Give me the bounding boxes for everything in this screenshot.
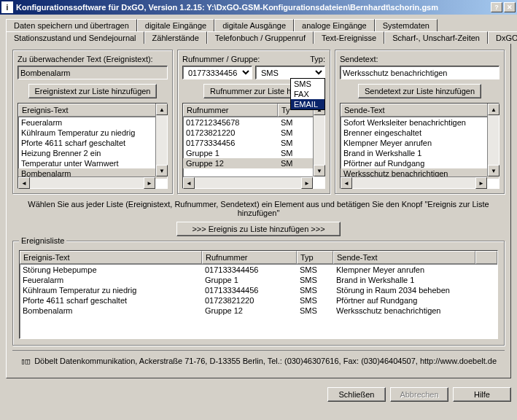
scroll-left-icon[interactable]: ◄: [18, 177, 30, 189]
tab-systemdaten[interactable]: Systemdaten: [375, 19, 438, 31]
typ-option-fax[interactable]: FAX: [291, 89, 324, 99]
scroll-down-icon[interactable]: ▼: [156, 165, 168, 176]
list-item[interactable]: 01723821220SM: [183, 128, 324, 138]
scroll-up-icon[interactable]: ▲: [156, 104, 168, 115]
sendetext-list[interactable]: Sende-Text Sofort Werksleiter benachrich…: [340, 103, 499, 189]
add-ereignistext-button[interactable]: Ereignistext zur Liste hinzufügen: [28, 84, 158, 98]
app-icon: i: [1, 1, 13, 13]
list-item[interactable]: Gruppe 1SM: [183, 148, 324, 158]
list-item[interactable]: Heizung Brenner 2 ein: [18, 148, 167, 158]
table-row[interactable]: Pforte 4611 scharf geschaltet01723821220…: [20, 295, 497, 306]
tab-digitale-ausg-nge[interactable]: digitale Ausgänge: [214, 19, 294, 31]
table-row[interactable]: BombenalarmGruppe 12SMSWerksschutz benac…: [20, 306, 497, 316]
col-ereignistext[interactable]: Ereignis-Text: [20, 251, 202, 264]
list-item[interactable]: Pforte 4611 scharf geschaltet: [18, 138, 167, 148]
rufnummer-list[interactable]: Rufnummer Ty 017212345678SM01723821220SM…: [182, 103, 325, 189]
scrollbar-vertical[interactable]: ▲▼: [487, 104, 499, 176]
sendetext-list-header: Sende-Text: [341, 104, 499, 117]
tab-z-hlerst-nde[interactable]: Zählerstände: [144, 31, 207, 44]
scroll-right-icon[interactable]: ►: [144, 177, 155, 189]
footer-text: ▯◫Döbelt Datenkommunikation, Ackerstraße…: [12, 350, 505, 372]
scroll-right-icon[interactable]: ►: [475, 177, 487, 189]
titlebar: i Konfigurationssoftware für DxGO, Versi…: [0, 0, 517, 15]
scrollbar-horizontal[interactable]: ◄►: [341, 176, 487, 188]
scrollbar-horizontal[interactable]: ◄►: [18, 176, 155, 188]
scroll-right-icon[interactable]: ►: [301, 177, 313, 189]
list-item[interactable]: Feueralarm: [18, 117, 167, 128]
list-item[interactable]: Sofort Werksleiter benachrichtigen: [341, 117, 499, 128]
tab-panel: Zu überwachender Text (Ereignistext): Er…: [6, 43, 511, 378]
typ-label: Typ:: [310, 55, 325, 63]
list-item[interactable]: Klempner Meyer anrufen: [341, 138, 499, 148]
list-item[interactable]: 01773334456SM: [183, 138, 324, 148]
scroll-down-icon[interactable]: ▼: [314, 165, 325, 176]
tab-scharf-unscharf-zeiten[interactable]: Scharf-, Unscharf-Zeiten: [384, 31, 488, 44]
tab-dxgo[interactable]: DxGO: [488, 31, 517, 44]
rufnummer-select[interactable]: 01773334456: [182, 66, 252, 79]
footer-icon: ▯◫: [20, 357, 30, 366]
scrollbar-vertical[interactable]: ▲▼: [313, 104, 324, 176]
help-button[interactable]: Hilfe: [453, 387, 511, 402]
ereignistext-list[interactable]: Ereignis-Text FeueralarmKühlraum Tempera…: [18, 103, 168, 189]
table-row[interactable]: Kühlraum Temperatur zu niedrig0171333444…: [20, 285, 497, 295]
col-sendetext[interactable]: Sende-Text: [333, 251, 475, 264]
list-item[interactable]: Brenner eingeschaltet: [341, 128, 499, 138]
table-row[interactable]: FeueralarmGruppe 1SMSBrand in Werkshalle…: [20, 275, 497, 285]
ereignistext-input[interactable]: [18, 66, 168, 79]
scroll-left-icon[interactable]: ◄: [341, 177, 352, 189]
tab-text-ereignisse[interactable]: Text-Ereignisse: [314, 31, 384, 44]
ereignisliste-table[interactable]: Ereignis-Text Rufnummer Typ Sende-Text S…: [19, 250, 498, 339]
cancel-button: Abbrechen: [390, 387, 448, 402]
list-item[interactable]: Temperatur unter Warnwert: [18, 158, 167, 168]
col-rufnummer[interactable]: Rufnummer: [202, 251, 297, 264]
tab-analoge-eing-nge[interactable]: analoge Eingänge: [294, 19, 375, 31]
window-title: Konfigurationssoftware für DxGO, Version…: [16, 3, 491, 12]
add-sendetext-button[interactable]: Sendetext zur Liste hinzufügen: [358, 84, 481, 98]
rufnummer-list-header-ruf: Rufnummer: [183, 104, 278, 117]
close-button[interactable]: Schließen: [327, 387, 386, 402]
close-icon[interactable]: ✕: [504, 2, 516, 12]
col-spacer: [475, 251, 497, 264]
list-item[interactable]: Pförtner auf Rundgang: [341, 158, 499, 168]
ereignisliste-legend: Ereignisliste: [19, 236, 66, 245]
list-item[interactable]: 017212345678SM: [183, 117, 324, 128]
ereignisliste-fieldset: Ereignisliste Ereignis-Text Rufnummer Ty…: [12, 241, 505, 346]
list-item[interactable]: Kühlraum Temperatur zu niedrig: [18, 128, 167, 138]
dialog-buttons: Schließen Abbrechen Hilfe: [0, 383, 517, 406]
table-row[interactable]: Störung Hebepumpe017133344456SMSKlempner…: [20, 265, 497, 275]
ereignistext-list-header: Ereignis-Text: [18, 104, 167, 117]
sendetext-group: Sendetext: Sendetext zur Liste hinzufüge…: [335, 50, 505, 194]
help-icon[interactable]: ?: [491, 2, 502, 12]
add-event-button[interactable]: >>> Ereignis zu Liste hinzufügen >>>: [176, 222, 340, 236]
rufnummer-label: Rufnummer / Gruppe:: [182, 55, 260, 63]
tab-daten-speichern-und-bertragen[interactable]: Daten speichern und übertragen: [6, 19, 137, 31]
ereignistext-label: Zu überwachender Text (Ereignistext):: [18, 55, 168, 63]
typ-dropdown-popup: SMS FAX EMAIL: [290, 78, 325, 110]
typ-option-sms[interactable]: SMS: [291, 79, 324, 89]
tab-digitale-eing-nge[interactable]: digitale Eingänge: [137, 19, 214, 31]
typ-option-email[interactable]: EMAIL: [291, 99, 324, 109]
instruction-text: Wählen Sie aus jeder Liste (Ereignistext…: [12, 200, 505, 217]
rufnummer-group: Rufnummer / Gruppe: Typ: 01773334456 SMS…: [177, 50, 330, 194]
scroll-left-icon[interactable]: ◄: [183, 177, 195, 189]
tab-stationszustand-und-sendejournal[interactable]: Stationszustand und Sendejournal: [6, 31, 144, 44]
ereignistext-group: Zu überwachender Text (Ereignistext): Er…: [12, 50, 173, 194]
scrollbar-horizontal[interactable]: ◄►: [183, 176, 313, 188]
list-item[interactable]: Brand in Werkshalle 1: [341, 148, 499, 158]
tab-telefonbuch-gruppenruf[interactable]: Telefonbuch / Gruppenruf: [207, 31, 314, 44]
scrollbar-vertical[interactable]: ▲▼: [155, 104, 167, 176]
list-item[interactable]: Gruppe 12SM: [183, 158, 324, 168]
tabs-row-2: Stationszustand und SendejournalZählerst…: [6, 31, 511, 44]
scroll-down-icon[interactable]: ▼: [488, 165, 499, 176]
sendetext-input[interactable]: [340, 66, 499, 79]
add-rufnummer-button[interactable]: Rufnummer zur Liste hin: [203, 84, 304, 98]
col-typ[interactable]: Typ: [297, 251, 333, 264]
sendetext-label: Sendetext:: [340, 55, 499, 63]
tabs-row-1: Daten speichern und übertragendigitale E…: [6, 19, 511, 31]
scroll-up-icon[interactable]: ▲: [488, 104, 499, 115]
